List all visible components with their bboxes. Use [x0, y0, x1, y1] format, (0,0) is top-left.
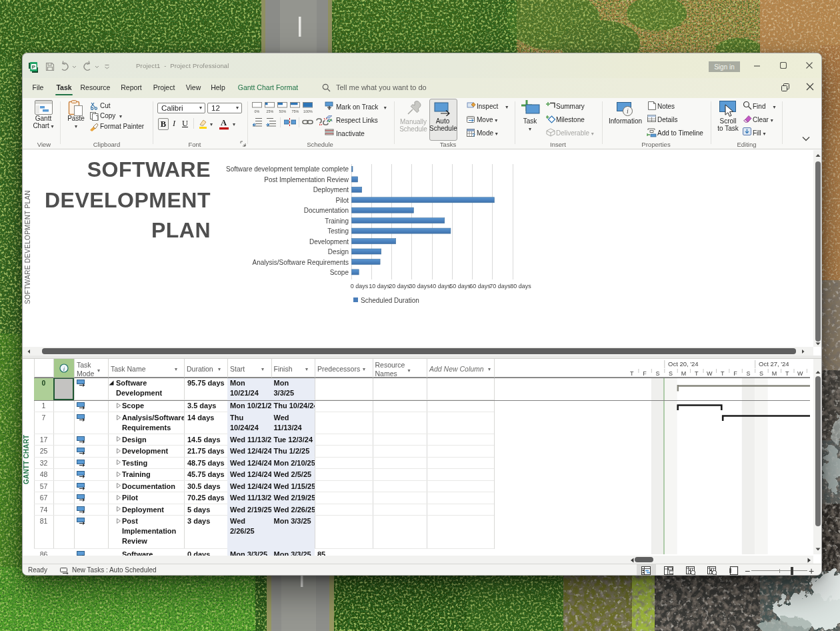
svg-text:T: T — [785, 370, 789, 377]
svg-text:T: T — [695, 370, 699, 377]
svg-text:S: S — [746, 370, 750, 377]
svg-text:Testing: Testing — [327, 227, 349, 235]
svg-text:Scope: Scope — [330, 269, 349, 276]
svg-text:T: T — [630, 370, 634, 377]
svg-text:10 days: 10 days — [369, 283, 390, 289]
svg-text:P: P — [32, 64, 36, 70]
svg-text:60 days: 60 days — [469, 283, 491, 289]
svg-text:S: S — [656, 370, 660, 377]
svg-text:50%: 50% — [279, 109, 287, 113]
svg-text:T: T — [721, 370, 725, 377]
svg-text:25%: 25% — [267, 109, 274, 113]
svg-text:Analysis/Software Requirements: Analysis/Software Requirements — [252, 259, 349, 266]
svg-text:20 days: 20 days — [389, 283, 410, 289]
svg-text:Design: Design — [328, 248, 349, 255]
svg-text:30 days: 30 days — [409, 283, 430, 289]
svg-text:Documentation: Documentation — [304, 207, 349, 214]
svg-text:Training: Training — [325, 217, 349, 225]
svg-text:50 days: 50 days — [449, 283, 471, 289]
svg-text:F: F — [733, 370, 737, 377]
svg-text:Deployment: Deployment — [313, 186, 349, 193]
svg-text:S: S — [669, 370, 673, 377]
svg-text:Post Implementation Review: Post Implementation Review — [264, 176, 349, 183]
svg-text:Oct 27, '24: Oct 27, '24 — [759, 360, 789, 368]
svg-text:75%: 75% — [292, 109, 299, 113]
svg-text:70 days: 70 days — [489, 283, 511, 289]
svg-text:W: W — [707, 370, 713, 377]
svg-text:80 days: 80 days — [510, 283, 531, 289]
svg-text:Software development template: Software development template complete — [226, 165, 349, 173]
svg-text:0 days: 0 days — [351, 283, 369, 289]
svg-text:M: M — [681, 370, 687, 377]
svg-text:Scheduled Duration: Scheduled Duration — [361, 297, 419, 304]
svg-text:W: W — [797, 370, 803, 377]
svg-text:S: S — [759, 370, 763, 377]
svg-text:Oct 20, '24: Oct 20, '24 — [668, 360, 699, 368]
svg-text:?: ? — [472, 132, 475, 137]
svg-text:F: F — [643, 370, 647, 377]
svg-text:100%: 100% — [303, 109, 313, 113]
svg-text:40 days: 40 days — [429, 283, 451, 289]
svg-text:i: i — [627, 107, 629, 115]
svg-text:Pilot: Pilot — [336, 197, 349, 204]
svg-text:M: M — [772, 370, 777, 377]
svg-text:Development: Development — [309, 238, 349, 245]
svg-text:0%: 0% — [255, 109, 260, 113]
